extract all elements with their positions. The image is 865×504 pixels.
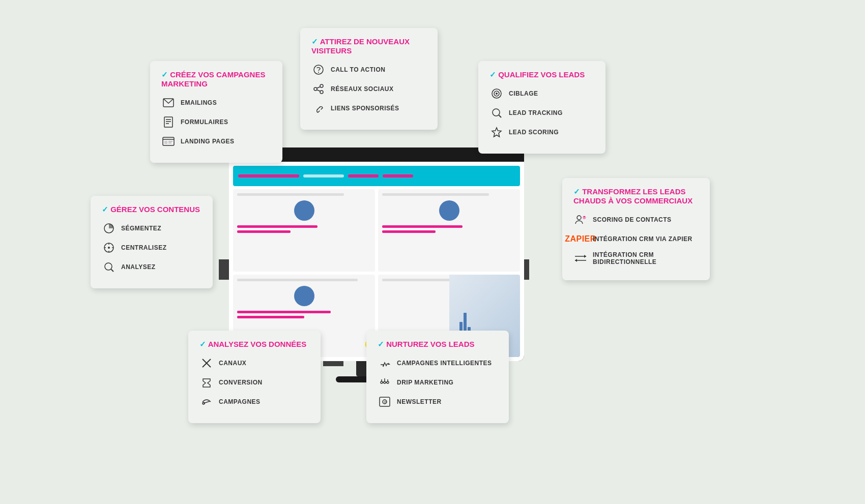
- svg-point-46: [384, 381, 386, 383]
- card-manage-item-1: SÉGMENTEZ: [102, 221, 201, 235]
- card-manage-item-2: CENTRALISEZ: [102, 241, 201, 255]
- conversion-label: CONVERSION: [219, 379, 263, 386]
- card-qualify-item-2: LEAD TRACKING: [489, 106, 594, 120]
- formulaires-label: FORMULAIRES: [181, 118, 228, 126]
- card-create-item-3: LANDING PAGES: [161, 134, 271, 149]
- zapier-crm-label: INTÉGRATION CRM VIA ZAPIER: [593, 235, 693, 243]
- card-nurture: ✓ NURTUREZ VOS LEADS CAMPAGNES INTELLIGE…: [366, 331, 509, 423]
- svg-marker-38: [584, 255, 586, 258]
- campagnes-intelligentes-icon: [378, 356, 392, 370]
- landing-pages-label: LANDING PAGES: [181, 138, 235, 145]
- canaux-icon: [199, 356, 214, 370]
- analysez-manage-icon: [102, 260, 116, 274]
- svg-line-23: [499, 115, 502, 118]
- check-icon-transform: ✓: [573, 187, 580, 196]
- svg-rect-8: [164, 141, 167, 144]
- drip-marketing-label: DRIP MARKETING: [397, 379, 453, 386]
- card-transform-item-2: zapier INTÉGRATION CRM VIA ZAPIER: [573, 232, 699, 246]
- ciblage-label: CIBLAGE: [509, 90, 538, 97]
- svg-point-13: [320, 84, 323, 87]
- centralisez-icon: [102, 241, 116, 255]
- card-nurture-item-2: DRIP MARKETING: [378, 375, 498, 390]
- card-qualify-item-3: LEAD SCORING: [489, 125, 594, 139]
- svg-line-16: [317, 87, 321, 88]
- svg-marker-24: [492, 128, 501, 137]
- card-analyze-title: ✓ ANALYSEZ VOS DONNÉES: [199, 340, 309, 349]
- card-manage-item-3: ANALYSEZ: [102, 260, 201, 274]
- card-analyze-item-2: CONVERSION: [199, 375, 309, 390]
- bidirectional-icon: [573, 251, 588, 265]
- svg-marker-44: [388, 363, 390, 365]
- card-transform: ✓ TRANSFORMEZ LES LEADS CHAUDS À VOS COM…: [562, 178, 710, 280]
- emailings-label: EMAILINGS: [181, 99, 217, 106]
- card-qualify-title: ✓ QUALIFIEZ VOS LEADS: [489, 70, 594, 79]
- scoring-contacts-icon: @: [573, 213, 588, 227]
- formulaires-icon: [161, 115, 176, 129]
- svg-point-14: [314, 87, 317, 91]
- ciblage-icon: [489, 86, 504, 101]
- card-nurture-item-1: CAMPAGNES INTELLIGENTES: [378, 356, 498, 370]
- card-manage-title: ✓ GÉREZ VOS CONTENUS: [102, 205, 201, 214]
- cta-label: CALL TO ACTION: [331, 66, 385, 73]
- social-icon: [311, 82, 326, 96]
- card-create-title: ✓ CRÉEZ VOS CAMPAGNES MARKETING: [161, 70, 271, 88]
- check-icon-qualify: ✓: [489, 70, 496, 79]
- svg-point-34: [577, 216, 581, 220]
- card-attract-item-3: LIENS SPONSORISÉS: [311, 101, 426, 115]
- lead-tracking-icon: [489, 106, 504, 120]
- zapier-icon: zapier: [573, 232, 588, 246]
- bidirectional-crm-label: INTÉGRATION CRM BIDIRECTIONNELLE: [593, 251, 699, 266]
- card-analyze: ✓ ANALYSEZ VOS DONNÉES CANAUX CONVERSION…: [188, 331, 321, 423]
- scoring-contacts-label: SCORING DE CONTACTS: [593, 216, 672, 223]
- svg-point-12: [318, 72, 319, 73]
- card-nurture-item-3: @ NEWSLETTER: [378, 395, 498, 409]
- links-icon: [311, 101, 326, 115]
- card-attract-item-2: RÉSEAUX SOCIAUX: [311, 82, 426, 96]
- emailings-icon: [161, 96, 176, 110]
- check-icon-analyze: ✓: [199, 340, 206, 348]
- check-icon-attract: ✓: [311, 37, 318, 46]
- card-attract-title: ✓ ATTIREZ DE NOUVEAUX VISITEURS: [311, 37, 426, 55]
- cta-icon: [311, 63, 326, 77]
- card-analyze-item-3: CAMPAGNES: [199, 395, 309, 409]
- card-qualify-item-1: CIBLAGE: [489, 86, 594, 101]
- svg-rect-2: [164, 117, 172, 127]
- svg-text:@: @: [583, 216, 586, 219]
- card-transform-item-1: @ SCORING DE CONTACTS: [573, 213, 699, 227]
- svg-point-45: [381, 381, 383, 383]
- conversion-icon: [199, 375, 214, 390]
- card-create: ✓ CRÉEZ VOS CAMPAGNES MARKETING EMAILING…: [150, 61, 282, 163]
- svg-line-18: [317, 107, 320, 110]
- svg-point-32: [105, 263, 112, 270]
- check-icon-manage: ✓: [102, 205, 108, 214]
- card-create-item-1: EMAILINGS: [161, 96, 271, 110]
- segmentez-icon: [102, 221, 116, 235]
- drip-marketing-icon: [378, 375, 392, 390]
- lead-scoring-label: LEAD SCORING: [509, 129, 559, 136]
- svg-point-11: [314, 65, 323, 74]
- svg-point-27: [108, 247, 110, 249]
- lead-scoring-icon: [489, 125, 504, 139]
- campagnes-analyze-label: CAMPAGNES: [219, 398, 261, 405]
- svg-marker-40: [575, 259, 577, 262]
- campagnes-analyze-icon: [199, 395, 214, 409]
- landing-pages-icon: [161, 134, 176, 149]
- card-analyze-item-1: CANAUX: [199, 356, 309, 370]
- svg-line-33: [111, 270, 114, 272]
- social-label: RÉSEAUX SOCIAUX: [331, 85, 394, 93]
- card-transform-item-3: INTÉGRATION CRM BIDIRECTIONNELLE: [573, 251, 699, 266]
- card-nurture-title: ✓ NURTUREZ VOS LEADS: [378, 340, 498, 349]
- svg-text:@: @: [384, 400, 387, 403]
- links-label: LIENS SPONSORISÉS: [331, 105, 399, 112]
- analysez-label: ANALYSEZ: [121, 263, 156, 271]
- card-transform-title: ✓ TRANSFORMEZ LES LEADS CHAUDS À VOS COM…: [573, 187, 699, 205]
- lead-tracking-label: LEAD TRACKING: [509, 109, 563, 116]
- card-manage: ✓ GÉREZ VOS CONTENUS SÉGMENTEZ CENTRALIS…: [91, 196, 213, 288]
- card-attract: ✓ ATTIREZ DE NOUVEAUX VISITEURS CALL TO …: [300, 28, 438, 130]
- canaux-label: CANAUX: [219, 360, 246, 367]
- newsletter-label: NEWSLETTER: [397, 398, 442, 405]
- campagnes-intelligentes-label: CAMPAGNES INTELLIGENTES: [397, 360, 492, 367]
- card-attract-item-1: CALL TO ACTION: [311, 63, 426, 77]
- svg-point-47: [387, 381, 389, 383]
- segmentez-label: SÉGMENTEZ: [121, 225, 161, 232]
